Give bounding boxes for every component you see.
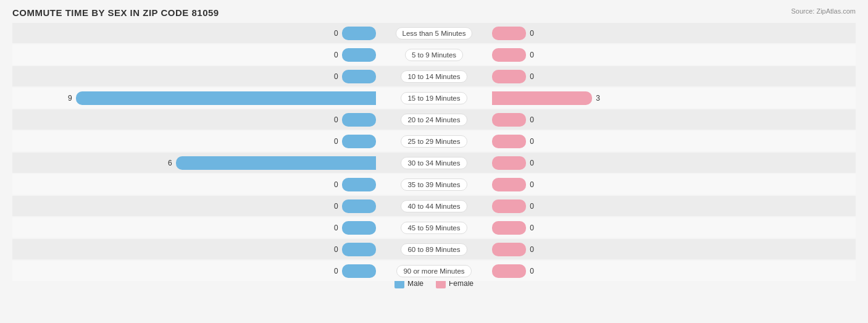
left-section: 0 [12,261,378,281]
female-value: 3 [596,94,614,103]
bar-row: 0 40 to 44 Minutes 0 [12,196,856,216]
left-section: 0 [12,239,378,259]
left-section: 0 [12,66,378,86]
female-value: 0 [530,115,548,124]
male-value: 0 [320,115,338,124]
male-value: 0 [320,137,338,146]
female-value: 0 [530,245,548,254]
female-value: 0 [530,159,548,167]
row-label: 45 to 59 Minutes [401,222,467,234]
right-section: 0 [490,174,856,195]
label-section: 40 to 44 Minutes [378,196,490,216]
female-value: 0 [530,224,548,232]
label-section: 35 to 39 Minutes [378,174,490,195]
male-bar [342,48,376,62]
male-bar [342,70,376,83]
left-section: 0 [12,217,378,238]
label-section: 90 or more Minutes [378,261,490,281]
female-value: 0 [530,180,548,189]
female-bar [492,156,526,170]
label-section: 15 to 19 Minutes [378,88,490,108]
chart-title: COMMUTE TIME BY SEX IN ZIP CODE 81059 [12,7,856,18]
right-section: 0 [490,196,856,216]
row-label: 30 to 34 Minutes [401,157,467,169]
female-bar [492,264,526,278]
right-section: 0 [490,261,856,281]
bar-row: 0 5 to 9 Minutes 0 [12,44,856,65]
female-bar [492,243,526,256]
female-value: 0 [530,202,548,211]
male-value: 0 [320,267,338,275]
left-section: 9 [12,88,378,108]
male-value: 6 [154,159,172,167]
row-label: 20 to 24 Minutes [401,114,467,126]
bar-row: 0 90 or more Minutes 0 [12,261,856,281]
bar-row: 0 25 to 29 Minutes 0 [12,131,856,151]
right-section: 0 [490,109,856,130]
label-section: 5 to 9 Minutes [378,44,490,65]
bar-row: 0 10 to 14 Minutes 0 [12,66,856,86]
right-section: 3 [490,88,856,108]
female-bar [492,113,526,127]
bar-row: 0 35 to 39 Minutes 0 [12,174,856,195]
left-section: 0 [12,44,378,65]
male-bar [342,27,376,40]
bar-row: 6 30 to 34 Minutes 0 [12,153,856,173]
male-value: 9 [54,94,72,103]
female-bar [492,178,526,191]
source-label: Source: ZipAtlas.com [791,7,856,15]
row-label: 5 to 9 Minutes [405,49,463,61]
male-value: 0 [320,224,338,232]
female-value: 0 [530,72,548,81]
male-value: 0 [320,180,338,189]
bar-row: 0 60 to 89 Minutes 0 [12,239,856,259]
right-section: 0 [490,66,856,86]
female-value: 0 [530,137,548,146]
female-bar [492,91,592,105]
label-section: Less than 5 Minutes [378,23,490,43]
left-section: 6 [12,153,378,173]
label-section: 30 to 34 Minutes [378,153,490,173]
row-label: 15 to 19 Minutes [401,92,467,104]
right-section: 0 [490,217,856,238]
male-bar [76,91,376,105]
chart-area: 0 Less than 5 Minutes 0 0 5 to 9 Minutes [12,23,856,264]
right-section: 0 [490,131,856,151]
male-bar [342,199,376,213]
female-bar [492,199,526,213]
label-section: 20 to 24 Minutes [378,109,490,130]
label-section: 25 to 29 Minutes [378,131,490,151]
male-bar [342,135,376,148]
right-section: 0 [490,44,856,65]
male-value: 0 [320,245,338,254]
female-bar [492,70,526,83]
row-label: 35 to 39 Minutes [401,178,467,191]
male-bar [176,156,376,170]
row-label: 25 to 29 Minutes [401,135,467,148]
label-section: 45 to 59 Minutes [378,217,490,238]
left-section: 0 [12,131,378,151]
label-section: 60 to 89 Minutes [378,239,490,259]
chart-container: COMMUTE TIME BY SEX IN ZIP CODE 81059 So… [0,0,868,323]
row-label: 60 to 89 Minutes [401,243,467,256]
male-bar [342,113,376,127]
row-label: 90 or more Minutes [396,265,471,277]
male-bar [342,243,376,256]
male-bar [342,264,376,278]
left-section: 0 [12,196,378,216]
right-section: 0 [490,239,856,259]
left-section: 0 [12,109,378,130]
male-value: 0 [320,29,338,38]
female-value: 0 [530,267,548,275]
right-section: 0 [490,153,856,173]
bar-row: 0 45 to 59 Minutes 0 [12,217,856,238]
male-bar [342,178,376,191]
row-label: 40 to 44 Minutes [401,200,467,212]
male-value: 0 [320,202,338,211]
right-section: 0 [490,23,856,43]
male-value: 0 [320,51,338,59]
male-bar [342,221,376,235]
bar-row: 0 20 to 24 Minutes 0 [12,109,856,130]
male-value: 0 [320,72,338,81]
bar-row: 0 Less than 5 Minutes 0 [12,23,856,43]
